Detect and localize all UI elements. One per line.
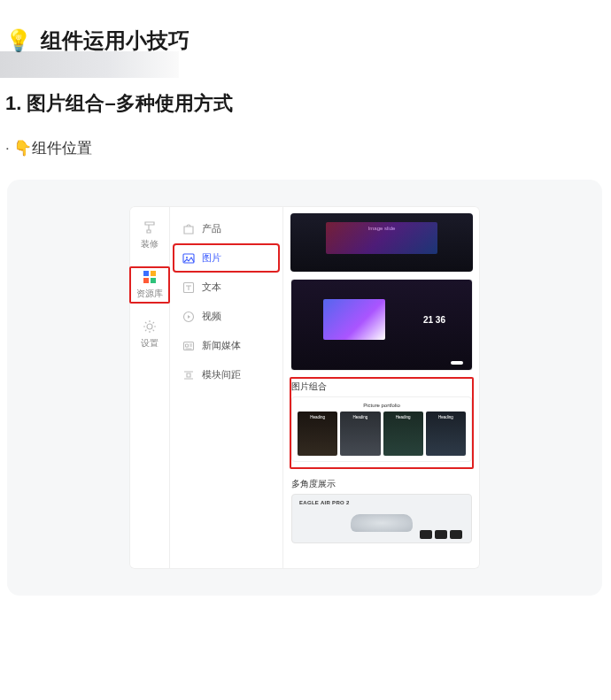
preview-portfolio-title: Picture portfolio	[298, 403, 466, 408]
portfolio-tile-caption: Heading	[340, 415, 380, 419]
component-item-label: 产品	[202, 222, 221, 235]
drone-icon	[351, 514, 413, 532]
portfolio-tile-caption: Heading	[426, 415, 466, 419]
component-item-text[interactable]: 文本	[174, 273, 279, 301]
svg-rect-1	[151, 271, 156, 276]
svg-point-4	[147, 324, 152, 329]
rail-item-decorate[interactable]: 装修	[141, 220, 159, 250]
rail-label: 装修	[141, 238, 159, 250]
svg-rect-2	[143, 278, 149, 283]
preview-image-slide-caption: Image slide	[290, 226, 473, 231]
preview-multi-thumb[interactable]	[450, 530, 462, 539]
component-item-label: 新闻媒体	[202, 339, 241, 352]
screenshot-panel: 装修 资源库 设置	[7, 180, 602, 596]
preview-multi-thumb[interactable]	[420, 530, 432, 539]
component-item-product[interactable]: 产品	[174, 215, 279, 242]
play-icon	[182, 311, 195, 323]
component-list: 产品 图片 文本 视频	[170, 206, 283, 569]
preview-section-multi: 多角度展示 EAGLE AIR PRO 2	[290, 475, 473, 550]
preview-portfolio-card[interactable]: Picture portfolio Heading Heading Headin…	[291, 396, 472, 462]
section-heading: 1. 图片组合–多种使用方式	[5, 90, 611, 117]
preview-portfolio-grid: Heading Heading Heading Heading	[298, 412, 466, 456]
portfolio-tile[interactable]: Heading	[426, 412, 466, 456]
news-icon	[182, 340, 195, 352]
page-title-wrap: 💡 组件运用小技巧	[5, 27, 611, 55]
rail-label: 资源库	[136, 288, 163, 300]
page-title-gradient	[0, 51, 179, 78]
grid-icon	[143, 270, 157, 284]
gear-icon	[143, 319, 157, 334]
component-item-video[interactable]: 视频	[174, 303, 279, 330]
page-title-text: 组件运用小技巧	[41, 27, 189, 55]
component-item-label: 图片	[202, 251, 221, 265]
preview-section-label: 图片组合	[291, 381, 472, 393]
preview-multi-thumb[interactable]	[435, 530, 447, 539]
preview-monitor-scene[interactable]: 21 36	[290, 279, 473, 371]
spacing-icon	[182, 369, 195, 381]
image-icon	[182, 252, 195, 265]
preview-multi-thumbs	[420, 530, 462, 539]
svg-rect-0	[143, 271, 149, 276]
component-location-text: 组件位置	[32, 138, 92, 158]
rail-label: 设置	[141, 337, 159, 350]
component-item-label: 视频	[202, 310, 221, 323]
primary-rail: 装修 资源库 设置	[129, 206, 170, 569]
portfolio-tile-caption: Heading	[383, 415, 423, 419]
preview-monitor-clock: 21 36	[423, 315, 445, 325]
bag-icon	[182, 223, 195, 235]
preview-multi-card[interactable]: EAGLE AIR PRO 2	[291, 494, 472, 543]
component-item-spacing[interactable]: 模块间距	[174, 361, 279, 388]
pointer-emoji-icon: 👇	[13, 139, 32, 158]
page-title: 💡 组件运用小技巧	[5, 27, 611, 55]
portfolio-tile[interactable]: Heading	[298, 412, 337, 456]
component-item-label: 模块间距	[202, 368, 241, 381]
app-frame: 装修 资源库 设置	[129, 206, 480, 569]
preview-section-portfolio: 图片组合 Picture portfolio Heading Heading H…	[290, 378, 473, 468]
bulb-icon: 💡	[5, 28, 32, 53]
component-location-line: · 👇 组件位置	[5, 138, 611, 158]
preview-image-slide[interactable]: Image slide	[290, 213, 473, 272]
portfolio-tile[interactable]: Heading	[383, 412, 423, 456]
preview-column: Image slide 21 36 图片组合 Picture portfolio…	[283, 206, 480, 569]
svg-rect-3	[151, 278, 156, 283]
preview-multi-brand: EAGLE AIR PRO 2	[299, 500, 350, 505]
portfolio-tile-caption: Heading	[298, 415, 337, 419]
rail-item-library[interactable]: 资源库	[136, 270, 163, 300]
component-item-image[interactable]: 图片	[174, 244, 279, 272]
svg-point-6	[186, 257, 188, 258]
text-icon	[182, 281, 195, 294]
component-item-news[interactable]: 新闻媒体	[174, 332, 279, 359]
rail-item-settings[interactable]: 设置	[141, 319, 159, 350]
component-item-label: 文本	[202, 281, 221, 294]
preview-monitor-indicator	[451, 361, 463, 365]
bullet-dot: ·	[5, 140, 10, 158]
brush-icon	[143, 220, 157, 235]
preview-section-label: 多角度展示	[291, 478, 472, 490]
portfolio-tile[interactable]: Heading	[340, 412, 380, 456]
